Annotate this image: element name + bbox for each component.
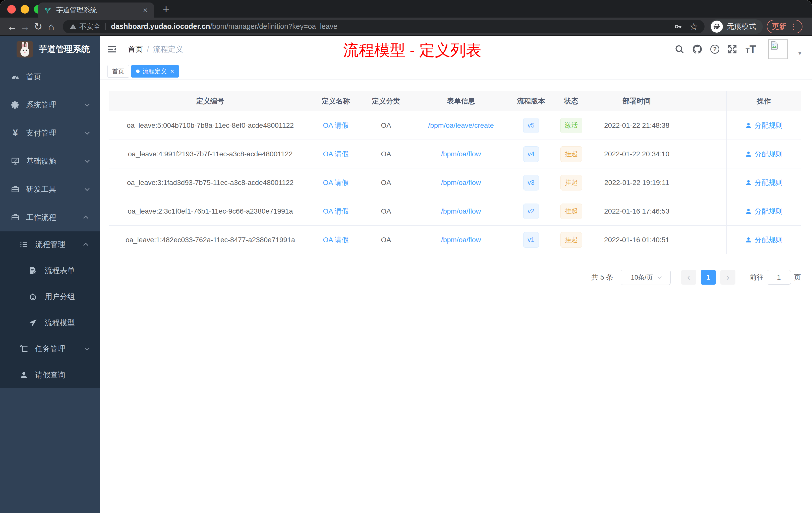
form-link[interactable]: /bpm/oa/flow [441,207,481,215]
rabbit-logo-icon [17,41,33,58]
sidebar-item-label: 流程管理 [35,239,65,250]
address-bar[interactable]: 不安全 dashboard.yudao.iocoder.cn /bpm/mana… [63,20,704,33]
form-link[interactable]: /bpm/oa/flow [441,150,481,158]
sidebar-item-home[interactable]: 首页 [0,63,100,91]
tag-home[interactable]: 首页 [108,65,129,78]
prev-page-button[interactable]: ‹ [681,270,696,284]
dashboard-icon [11,72,20,81]
forward-button[interactable]: → [19,22,32,32]
definition-name-link[interactable]: OA 请假 [323,121,349,130]
reload-button[interactable]: ↻ [32,22,45,32]
tab-title: 芋道管理系统 [56,5,142,14]
avatar-caret-icon[interactable]: ▾ [798,49,802,57]
chevron-down-icon [85,186,90,191]
sidebar-item-user-group[interactable]: 用户分组 [0,283,100,310]
window-close-button[interactable] [7,5,16,13]
tags-view-bar: 首页 流程定义 × [100,63,812,80]
sidebar-item-label: 用户分组 [45,292,75,302]
definition-id: oa_leave:4:991f2193-7b7f-11ec-a3c8-acde4… [109,140,311,168]
sidebar-item-system[interactable]: 系统管理 [0,91,100,119]
sidebar-item-devtools[interactable]: 研发工具 [0,175,100,203]
form-link[interactable]: /bpm/oa/flow [441,179,481,187]
text-size-icon[interactable]: TT [746,44,756,54]
assign-rule-label: 分配规则 [754,149,783,159]
home-button[interactable]: ⌂ [45,22,58,32]
avatar[interactable] [768,39,788,59]
sidebar-submenu-workflow: 流程管理 流程表单 用户分组 流程模型 任务管理 [0,232,100,388]
page-number-button[interactable]: 1 [701,270,716,284]
assign-rule-label: 分配规则 [754,178,783,187]
sidebar-item-label: 流程模型 [45,318,75,328]
definition-name-link[interactable]: OA 请假 [323,235,349,245]
next-page-button[interactable]: › [720,270,735,284]
assign-rule-link[interactable]: 分配规则 [745,207,783,216]
sidebar-item-task-mgmt[interactable]: 任务管理 [0,336,100,362]
help-icon[interactable]: ? [710,45,719,54]
page-size-value: 10条/页 [631,273,653,282]
window-minimize-button[interactable] [21,5,29,13]
github-icon[interactable] [693,44,702,54]
definition-name-link[interactable]: OA 请假 [323,149,349,159]
broken-image-icon [770,41,779,50]
tag-close-icon[interactable]: × [170,68,174,74]
paper-plane-icon [29,319,37,327]
omnibox-divider [106,23,106,30]
assign-rule-link[interactable]: 分配规则 [745,121,783,130]
browser-tab[interactable]: 芋道管理系统 × [38,2,154,18]
assign-rule-link[interactable]: 分配规则 [745,178,783,187]
chevron-down-icon [85,158,90,163]
assign-rule-link[interactable]: 分配规则 [745,235,783,245]
tab-close-button[interactable]: × [142,6,149,14]
browser-menu-icon[interactable]: ⋮ [790,23,798,30]
page-size-select[interactable]: 10条/页 [621,270,671,285]
sidebar-item-process-mgmt[interactable]: 流程管理 [0,232,100,258]
key-icon[interactable] [674,22,683,31]
sidebar-item-label: 工作流程 [26,212,56,222]
bookmark-star-icon[interactable]: ☆ [690,22,698,31]
browser-update-button[interactable]: 更新 ⋮ [767,20,803,33]
update-label: 更新 [772,22,786,32]
assign-rule-link[interactable]: 分配规则 [745,149,783,159]
navbar-icons: ? TT ▾ [675,39,802,59]
chevron-up-icon [83,243,88,248]
text-size-small: T [746,48,750,54]
sidebar-item-workflow[interactable]: 工作流程 [0,203,100,232]
sidebar-item-leave-query[interactable]: 请假查询 [0,362,100,388]
chevron-up-icon [83,216,88,221]
chevron-down-icon [657,275,662,279]
definition-name-link[interactable]: OA 请假 [323,207,349,216]
sidebar-item-process-form[interactable]: 流程表单 [0,258,100,283]
back-button[interactable]: ← [5,22,19,32]
incognito-badge: 无痕模式 [709,19,763,34]
definition-name-link[interactable]: OA 请假 [323,178,349,187]
chevron-down-icon [85,130,90,135]
definition-id: oa_leave:3:1fad3d93-7b75-11ec-a3c8-acde4… [109,169,311,197]
assign-user-icon [745,236,752,243]
definition-category: OA [360,225,412,254]
form-link[interactable]: /bpm/oa/leave/create [428,121,494,129]
page-unit-label: 页 [794,273,801,282]
deploy-time: 2022-01-22 19:19:11 [590,169,683,197]
search-icon[interactable] [675,44,684,54]
goto-page-input[interactable] [767,270,791,284]
sidebar-item-process-model[interactable]: 流程模型 [0,310,100,336]
tag-active-dot [136,69,140,73]
chevron-down-icon [85,102,90,107]
sidebar-item-payment[interactable]: ¥ 支付管理 [0,119,100,147]
breadcrumb-home[interactable]: 首页 [128,44,143,55]
sidebar-item-label: 首页 [26,72,41,82]
sidebar-logo[interactable]: 芋道管理系统 [0,36,100,63]
pagination: 共 5 条 10条/页 ‹ 1 › 前往 页 [109,270,801,285]
tag-process-definition[interactable]: 流程定义 × [131,65,179,78]
tree-icon [20,344,28,353]
sidebar-item-infra[interactable]: 基础设施 [0,147,100,175]
sidebar-collapse-icon[interactable] [107,44,117,54]
version-badge: v2 [523,204,539,219]
table-row: oa_leave:4:991f2193-7b7f-11ec-a3c8-acde4… [109,140,801,169]
form-link[interactable]: /bpm/oa/flow [441,236,481,244]
version-badge: v5 [523,118,539,133]
new-tab-button[interactable]: + [163,2,170,16]
security-label[interactable]: 不安全 [79,22,100,31]
table-row: oa_leave:5:004b710b-7b8a-11ec-8ef0-acde4… [109,111,801,140]
fullscreen-icon[interactable] [728,44,737,54]
